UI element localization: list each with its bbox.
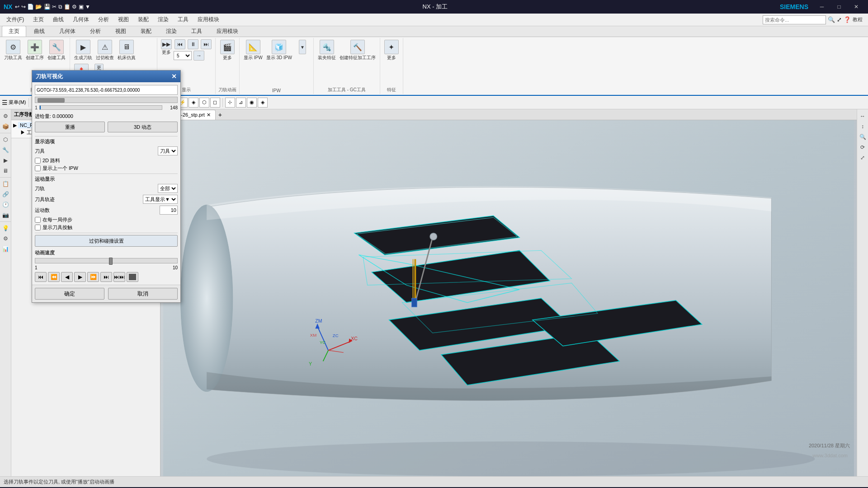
save-btn[interactable]: 💾 <box>44 4 51 10</box>
snap-icon4[interactable]: ◈ <box>258 98 268 108</box>
machine-sim-btn[interactable]: 🖥 机床仿真 <box>116 39 137 62</box>
cb-2d-input[interactable] <box>35 158 41 164</box>
tab-model-close[interactable]: ✕ <box>207 112 211 118</box>
lp-icon-analysis[interactable]: 📊 <box>0 244 10 254</box>
pb-next-step-btn[interactable]: ⏭ <box>100 272 112 282</box>
pb-play-btn[interactable]: ▶ <box>74 272 86 282</box>
toolbar2-menu-label[interactable]: 菜单(M) <box>9 99 26 106</box>
cancel-btn[interactable]: 取消 <box>108 288 178 300</box>
play-btn[interactable]: ⏸ <box>187 39 199 50</box>
copy-btn[interactable]: ⧉ <box>58 4 62 10</box>
motion-select[interactable]: 全部 <box>158 184 178 193</box>
menu-analyze[interactable]: 分析 <box>94 14 113 26</box>
lp-icon-history[interactable]: 🕐 <box>0 200 10 210</box>
tab-appmodule[interactable]: 应用模块 <box>210 26 245 37</box>
lp-icon-sim[interactable]: 🖥 <box>0 166 10 176</box>
pb-stop-btn[interactable] <box>127 272 138 282</box>
lp-icon-parts[interactable]: 📦 <box>0 122 10 131</box>
step-forward-btn[interactable]: → <box>193 50 205 61</box>
search-input[interactable] <box>763 15 826 24</box>
tab-geometry[interactable]: 几何体 <box>52 26 82 37</box>
toolpath-select[interactable]: 工具显示▼ <box>143 195 178 204</box>
pb-prev-step-btn[interactable]: ⏪ <box>48 272 60 282</box>
right-icon4[interactable]: ⟳ <box>858 142 868 152</box>
open-btn[interactable]: 📂 <box>35 4 42 10</box>
undo-btn[interactable]: ↩ <box>15 4 19 10</box>
expand-icon[interactable]: ⤢ <box>837 16 842 23</box>
tab-render[interactable]: 渲染 <box>159 26 184 37</box>
menu-tools[interactable]: 工具 <box>173 14 193 26</box>
show-3dipw-btn[interactable]: 🧊 显示 3D IPW <box>265 39 293 62</box>
anim3d-btn[interactable]: 3D 动态 <box>108 122 178 132</box>
right-icon5[interactable]: ⤢ <box>858 153 868 163</box>
reset-btn[interactable]: 重播 <box>35 122 105 132</box>
gen-toolpath-btn[interactable]: ▶ 生成刀轨 <box>73 39 94 62</box>
speed-slider-track[interactable] <box>35 258 178 263</box>
lp-icon-op[interactable]: ▶ <box>0 155 10 165</box>
create-op-btn[interactable]: ➕ 创建工序 <box>24 39 45 62</box>
tab-analyze[interactable]: 分析 <box>83 26 108 37</box>
tab-home[interactable]: 主页 <box>2 26 26 37</box>
settings-btn[interactable]: ⚙ <box>72 4 77 10</box>
lp-icon-tool[interactable]: 🔧 <box>0 145 10 155</box>
lp-icon-feature[interactable]: ⬡ <box>0 135 10 145</box>
menu-file[interactable]: 文件(F) <box>2 14 28 26</box>
menu-render[interactable]: 渲染 <box>153 14 173 26</box>
show-ipw-btn[interactable]: 📐 显示 IPW <box>242 39 264 62</box>
lp-icon-layer[interactable]: 📋 <box>0 179 10 189</box>
view-icon4[interactable]: ◈ <box>189 98 198 108</box>
menu-view[interactable]: 视图 <box>113 14 133 26</box>
view-icon6[interactable]: ◻ <box>210 98 220 108</box>
lp-icon-settings[interactable]: ⚙ <box>0 111 10 121</box>
steps-input[interactable] <box>160 206 178 215</box>
cut-btn[interactable]: ✂ <box>52 4 57 10</box>
pb-next-btn[interactable]: ⏩ <box>87 272 99 282</box>
right-icon1[interactable]: ↔ <box>858 111 868 121</box>
menu-assembly[interactable]: 装配 <box>133 14 153 26</box>
ok-btn[interactable]: 确定 <box>35 288 104 300</box>
cb-ipw-input[interactable] <box>35 165 41 171</box>
display-more-btn[interactable]: ▶▶更多 <box>160 39 173 56</box>
lp-icon-mfg[interactable]: ⚙ <box>0 234 10 244</box>
tab-tools[interactable]: 工具 <box>184 26 209 37</box>
create-tool-btn[interactable]: 🔧 创建工具 <box>46 39 67 62</box>
attach-tool-btn[interactable]: 🔩 装夹特征 <box>316 39 337 62</box>
pb-first-btn[interactable]: ⏮ <box>35 272 47 282</box>
check-overcut-btn[interactable]: ⚠ 过切检查 <box>94 39 115 62</box>
more-btn[interactable]: ▼ <box>85 4 90 10</box>
paste-btn[interactable]: 📋 <box>64 4 71 10</box>
close-btn[interactable]: ✕ <box>848 0 864 14</box>
redo-btn[interactable]: ↪ <box>21 4 26 10</box>
right-icon3[interactable]: 🔍 <box>858 132 868 142</box>
dialog-close-btn[interactable]: ✕ <box>171 73 177 80</box>
lp-icon-constraint[interactable]: 🔗 <box>0 189 10 199</box>
h-scrollbar[interactable] <box>35 97 178 103</box>
tab-view[interactable]: 视图 <box>108 26 133 37</box>
lp-icon-camera[interactable]: 📷 <box>0 210 10 220</box>
menu-curve[interactable]: 曲线 <box>48 14 68 26</box>
add-tab-btn[interactable]: + <box>218 111 222 118</box>
search-icon[interactable]: 🔍 <box>828 16 835 23</box>
menu-geometry[interactable]: 几何体 <box>68 14 94 26</box>
create-mfg-btn[interactable]: 🔨 创建特征加工工序 <box>338 39 377 62</box>
feature-more-btn[interactable]: ✦ 更多 <box>383 39 400 62</box>
pb-last-btn[interactable]: ⏭⏭ <box>113 272 125 282</box>
play-speed-select[interactable]: 5110 <box>174 51 192 60</box>
help-icon[interactable]: ❓ <box>844 16 851 23</box>
play-prev-btn[interactable]: ⏮ <box>174 39 186 50</box>
ipw-more-btn[interactable]: ▼ <box>294 39 311 56</box>
right-icon2[interactable]: ↕ <box>858 122 868 131</box>
new-btn[interactable]: 📄 <box>27 4 34 10</box>
tab-curve[interactable]: 曲线 <box>27 26 52 37</box>
minimize-btn[interactable]: ─ <box>814 0 830 14</box>
progress-track[interactable] <box>39 105 162 110</box>
snap-icon2[interactable]: ⊿ <box>236 98 246 108</box>
play-next-btn[interactable]: ⏭ <box>200 39 212 50</box>
cb-stop-input[interactable] <box>35 217 41 223</box>
snap-icon1[interactable]: ⊹ <box>225 98 235 108</box>
menu-app[interactable]: 应用模块 <box>193 14 224 26</box>
toolpath-tool-btn[interactable]: ⚙ 刀轨工具 <box>3 39 24 62</box>
snap-icon3[interactable]: ◉ <box>247 98 257 108</box>
pb-prev-btn[interactable]: ◀ <box>61 272 73 282</box>
menu-icon[interactable]: ☰ <box>2 99 8 106</box>
